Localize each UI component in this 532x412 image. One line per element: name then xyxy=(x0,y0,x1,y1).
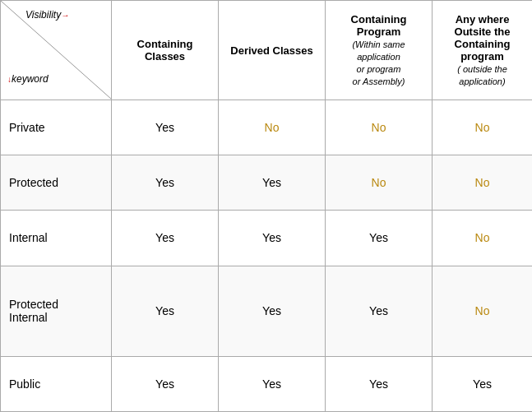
cell-outside-0: No xyxy=(433,100,533,155)
cell-containing-2: Yes xyxy=(112,211,219,266)
cell-outside-3: No xyxy=(433,266,533,356)
row-label-3: Protected Internal xyxy=(1,266,112,356)
col-containing-program: ContainingProgram (Within same applicati… xyxy=(326,1,433,100)
cell-containing-0: Yes xyxy=(112,100,219,155)
row-label-2: Internal xyxy=(1,211,112,266)
cell-derived-1: Yes xyxy=(219,155,326,211)
cell-outside-2: No xyxy=(433,211,533,266)
visibility-table: Visibility→ ↓keyword Containing Classes … xyxy=(0,0,532,412)
visibility-label: Visibility→ xyxy=(25,9,69,21)
cell-outside-4: Yes xyxy=(433,356,533,411)
col-derived-classes: Derived Classes xyxy=(219,1,326,100)
cell-program-2: Yes xyxy=(326,211,433,266)
keyword-label: ↓keyword xyxy=(7,73,49,85)
cell-containing-3: Yes xyxy=(112,266,219,356)
row-label-1: Protected xyxy=(1,155,112,211)
row-label-4: Public xyxy=(1,356,112,411)
cell-derived-3: Yes xyxy=(219,266,326,356)
cell-derived-4: Yes xyxy=(219,356,326,411)
col-outside: Any whereOutsite theContainingprogram ( … xyxy=(433,1,533,100)
cell-containing-4: Yes xyxy=(112,356,219,411)
cell-derived-0: No xyxy=(219,100,326,155)
cell-outside-1: No xyxy=(433,155,533,211)
cell-program-1: No xyxy=(326,155,433,211)
cell-derived-2: Yes xyxy=(219,211,326,266)
cell-containing-1: Yes xyxy=(112,155,219,211)
header-diagonal-cell: Visibility→ ↓keyword xyxy=(1,1,112,100)
cell-program-0: No xyxy=(326,100,433,155)
cell-program-3: Yes xyxy=(326,266,433,356)
row-label-0: Private xyxy=(1,100,112,155)
col-containing-classes: Containing Classes xyxy=(112,1,219,100)
cell-program-4: Yes xyxy=(326,356,433,411)
